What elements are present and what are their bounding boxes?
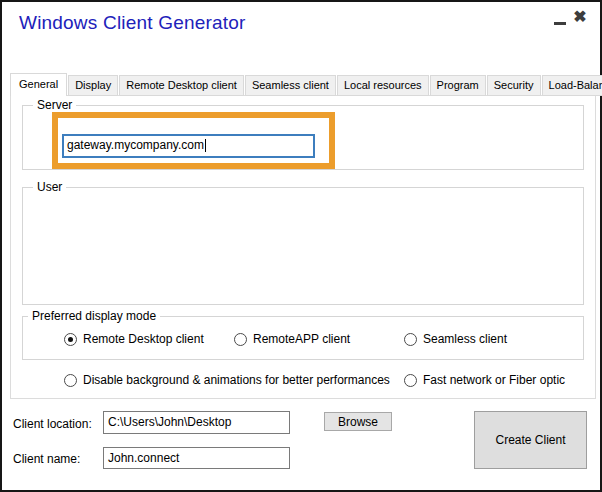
radio-button-icon (234, 333, 247, 346)
text-caret (205, 139, 206, 152)
user-group-label: User (33, 180, 66, 194)
tab-program[interactable]: Program (430, 75, 486, 96)
radio-remote-desktop-client[interactable]: Remote Desktop client (64, 332, 204, 346)
radio-remoteapp-client[interactable]: RemoteAPP client (234, 332, 350, 346)
tab-local-resources[interactable]: Local resources (337, 75, 429, 96)
radio-button-icon (64, 374, 77, 387)
tab-security[interactable]: Security (487, 75, 541, 96)
tab-seamless-client[interactable]: Seamless client (245, 75, 336, 96)
window-title: Windows Client Generator (19, 12, 246, 34)
window-controls: ✖ (552, 6, 590, 30)
minimize-button[interactable] (552, 6, 570, 30)
client-name-input[interactable]: John.connect (103, 447, 290, 469)
radio-fast-network-fiber[interactable]: Fast network or Fiber optic (404, 373, 565, 387)
server-address-input[interactable]: gateway.mycompany.com (62, 134, 315, 158)
radio-label: Disable background & animations for bett… (83, 373, 390, 387)
browse-button[interactable]: Browse (324, 412, 392, 431)
client-location-label: Client location: (13, 417, 92, 431)
minimize-icon (554, 22, 566, 25)
radio-button-icon (404, 333, 417, 346)
radio-label: RemoteAPP client (253, 332, 350, 346)
radio-disable-background-animations[interactable]: Disable background & animations for bett… (64, 373, 390, 387)
create-client-button[interactable]: Create Client (474, 411, 587, 469)
radio-seamless-client[interactable]: Seamless client (404, 332, 507, 346)
close-button[interactable]: ✖ (570, 6, 590, 30)
tab-general[interactable]: General (10, 73, 67, 96)
radio-label: Fast network or Fiber optic (423, 373, 565, 387)
tab-remote-desktop-client[interactable]: Remote Desktop client (119, 75, 244, 96)
client-generator-dialog: Windows Client Generator ✖ General Displ… (0, 0, 602, 492)
radio-button-icon (404, 374, 417, 387)
radio-button-icon (64, 333, 77, 346)
client-location-input[interactable]: C:\Users\John\Desktop (103, 411, 290, 434)
radio-label: Seamless client (423, 332, 507, 346)
display-mode-group-label: Preferred display mode (28, 309, 160, 323)
server-address-value: gateway.mycompany.com (67, 138, 204, 152)
tab-display[interactable]: Display (68, 75, 118, 96)
client-name-label: Client name: (13, 452, 80, 466)
user-group: User (22, 187, 584, 305)
tab-load-balancing[interactable]: Load-Balancing (542, 75, 602, 96)
radio-label: Remote Desktop client (83, 332, 204, 346)
server-group-label: Server (33, 98, 76, 112)
close-icon: ✖ (573, 8, 586, 25)
tab-strip: General Display Remote Desktop client Se… (10, 73, 602, 96)
